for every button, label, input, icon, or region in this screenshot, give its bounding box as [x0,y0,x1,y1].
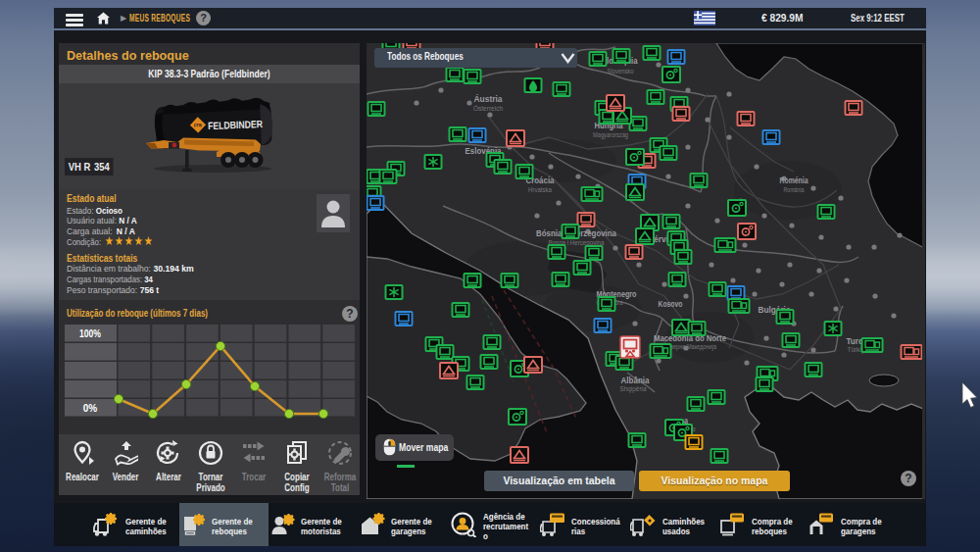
svg-text:Shqipëria: Shqipëria [620,385,647,393]
svg-text:Slovensko: Slovensko [608,68,634,75]
svg-text:0%: 0% [83,403,98,414]
svg-text:FELDBINDER: FELDBINDER [208,118,264,131]
svg-text:Hrvatska: Hrvatska [528,186,552,193]
svg-text:Albânia: Albânia [621,376,651,385]
svg-text:România: România [784,186,805,193]
svg-text:Roménia: Roménia [780,176,809,185]
svg-text:FFB: FFB [194,123,202,127]
svg-text:Kosovo: Kosovo [659,299,683,309]
svg-text:Österreich: Österreich [473,105,503,112]
svg-text:Magyarország: Magyarország [593,131,628,139]
svg-text:100%: 100% [79,328,101,339]
svg-text:Áustria: Áustria [474,94,504,104]
